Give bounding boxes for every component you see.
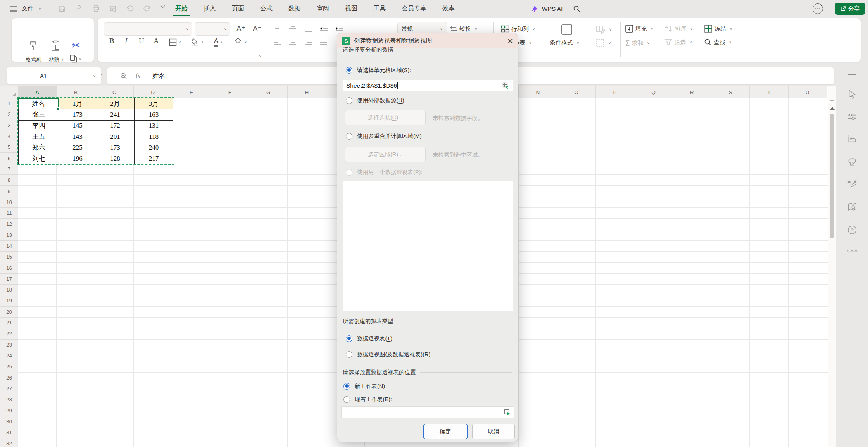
column-header-B[interactable]: B <box>57 86 95 98</box>
row-header-29[interactable]: 29 <box>0 405 18 416</box>
fill-handle[interactable] <box>57 107 60 110</box>
tab-页面[interactable]: 页面 <box>232 0 244 17</box>
column-header-T[interactable]: T <box>750 86 788 98</box>
radio-off-icon[interactable] <box>346 97 352 104</box>
borders-button[interactable]: ∨ <box>169 38 181 46</box>
scrollbar-thumb[interactable] <box>830 114 834 238</box>
name-box[interactable]: A1 ∨ <box>7 67 101 84</box>
tab-效率[interactable]: 效率 <box>442 0 455 17</box>
row-header-19[interactable]: 19 <box>0 295 18 306</box>
select-region-button[interactable]: 选定区域(R)... <box>345 147 426 162</box>
increase-font-button[interactable]: A⁺ <box>236 24 245 33</box>
paste-icon[interactable] <box>50 40 60 52</box>
cell[interactable]: 173 <box>59 109 96 120</box>
radio-on-icon[interactable] <box>346 67 352 74</box>
collapse-toolbar-icon[interactable] <box>848 74 856 75</box>
paste-button[interactable]: 粘贴∨ <box>49 56 64 63</box>
row-header-6[interactable]: 6 <box>0 153 18 164</box>
save-icon[interactable] <box>58 5 66 12</box>
tab-插入[interactable]: 插入 <box>204 0 216 17</box>
row-header-7[interactable]: 7 <box>0 164 18 175</box>
theme-skin-icon[interactable] <box>847 157 857 167</box>
align-center-icon[interactable] <box>288 39 297 47</box>
row-header-14[interactable]: 14 <box>0 241 18 252</box>
increase-indent-icon[interactable] <box>335 25 344 33</box>
row-header-9[interactable]: 9 <box>0 186 18 197</box>
loop-refresh-icon[interactable] <box>847 134 857 144</box>
print-preview-icon[interactable] <box>109 5 117 12</box>
column-header-C[interactable]: C <box>95 86 134 98</box>
cell[interactable]: 118 <box>135 131 173 142</box>
cell[interactable]: 145 <box>59 121 96 131</box>
column-header-E[interactable]: E <box>172 86 211 98</box>
location-input[interactable] <box>341 406 514 418</box>
align-right-icon[interactable] <box>304 39 312 47</box>
share-button[interactable]: 分享 <box>835 3 865 15</box>
column-header-N[interactable]: N <box>519 86 557 98</box>
tab-数据[interactable]: 数据 <box>288 0 301 17</box>
cell[interactable]: 225 <box>59 142 96 153</box>
range-picker-icon[interactable] <box>504 409 511 416</box>
row-header-1[interactable]: 1 <box>0 98 18 109</box>
column-header-H[interactable]: H <box>288 86 326 98</box>
rows-cols-button[interactable]: 行和列∨ <box>501 25 535 33</box>
align-left-icon[interactable] <box>273 39 281 47</box>
row-header-31[interactable]: 31 <box>0 427 18 438</box>
sum-button[interactable]: Σ 求和∨ <box>625 38 650 48</box>
row-header-27[interactable]: 27 <box>0 383 18 394</box>
strikethrough-button[interactable]: A <box>154 37 159 45</box>
tab-公式[interactable]: 公式 <box>260 0 273 17</box>
row-header-2[interactable]: 2 <box>0 109 18 120</box>
cut-icon[interactable]: ✂ <box>71 39 80 52</box>
tab-审阅[interactable]: 审阅 <box>317 0 329 17</box>
scroll-up-icon[interactable] <box>830 107 835 110</box>
cell-style-icon[interactable] <box>560 23 573 36</box>
column-header-U[interactable]: U <box>789 86 827 98</box>
row-header-26[interactable]: 26 <box>0 372 18 383</box>
select-all-corner[interactable] <box>0 86 18 98</box>
close-icon[interactable]: × <box>507 36 513 46</box>
sort-button[interactable]: 排序∨ <box>664 24 693 33</box>
active-cell-a1[interactable]: 姓名 <box>18 98 59 109</box>
fx-icon[interactable]: fx <box>136 72 140 80</box>
adjust-sliders-icon[interactable] <box>847 112 857 122</box>
row-header-28[interactable]: 28 <box>0 394 18 405</box>
cell[interactable]: 240 <box>135 142 173 153</box>
italic-button[interactable]: I <box>125 37 127 45</box>
choose-connection-button[interactable]: 选择连接(C)... <box>345 110 426 125</box>
hamburger-icon[interactable] <box>10 0 17 17</box>
align-middle-icon[interactable] <box>288 25 297 33</box>
cell[interactable]: 201 <box>96 131 135 142</box>
cell[interactable]: 143 <box>59 131 96 142</box>
cell[interactable]: 3月 <box>135 98 173 109</box>
row-header-25[interactable]: 25 <box>0 361 18 372</box>
radio-off-icon[interactable] <box>343 396 350 403</box>
row-header-23[interactable]: 23 <box>0 340 18 350</box>
convert-button[interactable]: 转换∨ <box>449 25 477 33</box>
zoom-search-icon[interactable] <box>120 72 127 79</box>
copy-button[interactable]: ∨ <box>70 55 81 63</box>
more-commands-icon[interactable] <box>160 5 165 8</box>
format-painter-button[interactable]: 格式刷 <box>26 56 41 63</box>
format-painter-icon[interactable] <box>29 41 39 52</box>
file-menu[interactable]: 文件 <box>22 0 33 17</box>
column-header-R[interactable]: R <box>673 86 711 98</box>
radio-on-icon[interactable] <box>343 383 350 390</box>
cell[interactable]: 张三 <box>19 109 59 120</box>
map-search-icon[interactable] <box>847 202 857 212</box>
name-box-chevron-icon[interactable]: ∨ <box>93 74 96 78</box>
font-color-button[interactable]: A ∨ <box>214 38 223 47</box>
cell[interactable]: 163 <box>135 109 173 120</box>
tab-视图[interactable]: 视图 <box>345 0 357 17</box>
fill-button[interactable]: 填充∨ <box>625 24 653 33</box>
conditional-format-button[interactable]: 条件格式∨ <box>550 39 579 47</box>
file-menu-chevron-icon[interactable]: ∨ <box>38 0 41 17</box>
cell[interactable]: 241 <box>96 109 135 120</box>
align-bottom-icon[interactable] <box>304 25 312 33</box>
redo-icon[interactable] <box>143 5 151 12</box>
column-header-G[interactable]: G <box>249 86 288 98</box>
ok-button[interactable]: 确定 <box>423 424 468 439</box>
more-icon[interactable] <box>847 250 858 253</box>
assistant-icon[interactable] <box>813 3 823 14</box>
row-header-8[interactable]: 8 <box>0 175 18 186</box>
